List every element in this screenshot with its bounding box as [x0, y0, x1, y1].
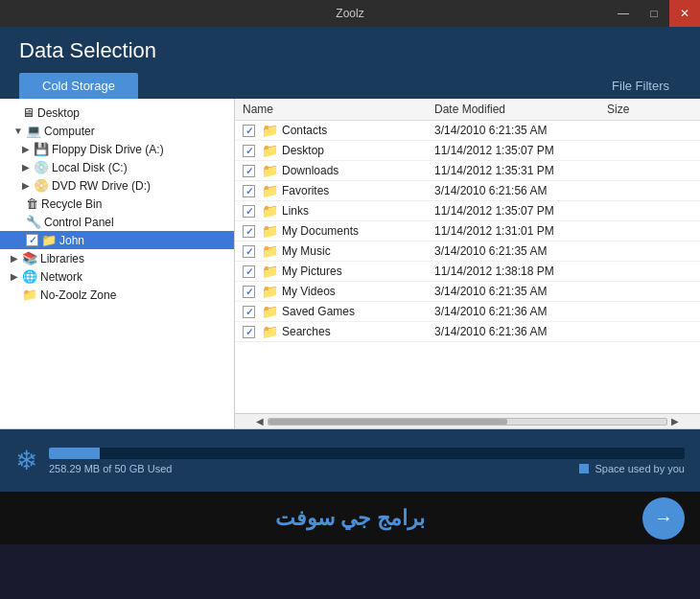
- file-row[interactable]: 📁My Pictures11/14/2012 1:38:18 PM: [235, 262, 700, 282]
- file-name-cell: 📁My Documents: [243, 223, 434, 239]
- file-checkbox[interactable]: [243, 326, 255, 338]
- storage-used-text: 258.29 MB of 50 GB Used: [49, 463, 172, 474]
- file-name: Contacts: [282, 124, 327, 137]
- file-name: Desktop: [282, 144, 324, 157]
- expand-network[interactable]: ▶: [8, 270, 21, 284]
- header: Data Selection Cold Storage File Filters: [0, 27, 700, 99]
- file-row[interactable]: 📁My Music3/14/2010 6:21:35 AM: [235, 242, 700, 262]
- tree-item-dvd[interactable]: ▶ DVD RW Drive (D:): [0, 176, 234, 195]
- expand-libraries[interactable]: ▶: [8, 252, 21, 265]
- tree-label-control: Control Panel: [44, 216, 114, 229]
- tree-label-dvd: DVD RW Drive (D:): [52, 179, 151, 193]
- snowflake-icon: ❄: [15, 445, 37, 476]
- file-row[interactable]: 📁My Videos3/14/2010 6:21:35 AM: [235, 282, 700, 302]
- checkbox-john[interactable]: [26, 234, 38, 246]
- tree-item-floppy[interactable]: ▶ Floppy Disk Drive (A:): [0, 140, 234, 158]
- file-row[interactable]: 📁Saved Games3/14/2010 6:21:36 AM: [235, 302, 700, 322]
- tree-label-computer: Computer: [44, 125, 95, 138]
- legend-dot: [579, 464, 589, 473]
- file-folder-icon: 📁: [262, 123, 278, 138]
- file-row[interactable]: 📁Favorites3/14/2010 6:21:56 AM: [235, 181, 700, 201]
- expand-floppy[interactable]: ▶: [19, 143, 33, 156]
- expand-recycle[interactable]: [12, 197, 25, 211]
- expand-desktop[interactable]: [8, 106, 21, 120]
- recycle-icon: [26, 196, 38, 211]
- col-size: Size: [607, 103, 684, 116]
- file-checkbox[interactable]: [243, 265, 255, 278]
- file-date: 3/14/2010 6:21:35 AM: [434, 124, 607, 137]
- file-checkbox[interactable]: [243, 205, 255, 218]
- file-folder-icon: 📁: [262, 243, 278, 259]
- tree-label-nozoolz: No-Zoolz Zone: [40, 288, 116, 302]
- file-checkbox[interactable]: [243, 125, 255, 137]
- expand-localc[interactable]: ▶: [19, 161, 33, 174]
- tree-item-computer[interactable]: ▼ Computer: [0, 122, 234, 140]
- tree-item-network[interactable]: ▶ Network: [0, 267, 234, 286]
- expand-nozoolz[interactable]: [8, 288, 21, 302]
- floppy-icon: [34, 142, 49, 156]
- expand-dvd[interactable]: ▶: [19, 179, 33, 193]
- arabic-branding: برامج جي سوفت: [275, 506, 425, 531]
- file-folder-icon: 📁: [262, 203, 278, 219]
- scroll-left-btn[interactable]: ◀: [252, 416, 268, 426]
- tree-item-localc[interactable]: ▶ Local Disk (C:): [0, 158, 234, 176]
- expand-computer[interactable]: ▼: [12, 125, 25, 138]
- tree-item-nozoolz[interactable]: No-Zoolz Zone: [0, 286, 234, 304]
- expand-john[interactable]: [12, 234, 25, 247]
- file-checkbox[interactable]: [243, 185, 255, 197]
- next-button[interactable]: →: [642, 497, 685, 540]
- tab-file-filters[interactable]: File Filters: [600, 73, 681, 99]
- file-folder-icon: 📁: [262, 163, 278, 178]
- file-date: 3/14/2010 6:21:36 AM: [434, 325, 607, 338]
- progress-bar-fill: [49, 448, 100, 459]
- file-checkbox[interactable]: [243, 145, 255, 157]
- disk-icon: [34, 160, 49, 174]
- col-date: Date Modified: [434, 103, 607, 116]
- file-name-cell: 📁Saved Games: [243, 304, 434, 319]
- file-checkbox[interactable]: [243, 306, 255, 318]
- maximize-button[interactable]: □: [639, 0, 669, 27]
- computer-icon: [26, 124, 41, 138]
- expand-control[interactable]: [12, 216, 25, 229]
- legend-label: Space used by you: [595, 463, 685, 474]
- file-name-cell: 📁My Music: [243, 243, 434, 259]
- tree-item-desktop[interactable]: Desktop: [0, 104, 234, 122]
- tree-item-john[interactable]: John: [0, 231, 234, 249]
- file-date: 11/14/2012 1:35:07 PM: [434, 204, 607, 218]
- scroll-right-btn[interactable]: ▶: [667, 416, 683, 426]
- file-row[interactable]: 📁My Documents11/14/2012 1:31:01 PM: [235, 221, 700, 242]
- file-name-cell: 📁Favorites: [243, 183, 434, 198]
- file-panel: Name Date Modified Size 📁Contacts3/14/20…: [235, 99, 700, 428]
- file-folder-icon: 📁: [262, 183, 278, 198]
- file-row[interactable]: 📁Searches3/14/2010 6:21:36 AM: [235, 322, 700, 342]
- file-name: My Music: [282, 244, 331, 258]
- file-folder-icon: 📁: [262, 264, 278, 279]
- scrollbar-thumb[interactable]: [268, 419, 507, 425]
- file-row[interactable]: 📁Contacts3/14/2010 6:21:35 AM: [235, 121, 700, 141]
- file-name-cell: 📁My Videos: [243, 284, 434, 299]
- minimize-button[interactable]: —: [608, 0, 639, 27]
- file-row[interactable]: 📁Desktop11/14/2012 1:35:07 PM: [235, 141, 700, 161]
- file-checkbox[interactable]: [243, 165, 255, 177]
- file-list-body[interactable]: 📁Contacts3/14/2010 6:21:35 AM📁Desktop11/…: [235, 121, 700, 413]
- legend: Space used by you: [579, 463, 685, 474]
- tree-item-libraries[interactable]: ▶ Libraries: [0, 249, 234, 267]
- tab-cold-storage[interactable]: Cold Storage: [19, 73, 138, 99]
- file-checkbox[interactable]: [243, 225, 255, 238]
- scrollbar-track[interactable]: [268, 418, 667, 426]
- file-date: 11/14/2012 1:38:18 PM: [434, 265, 607, 278]
- tree-label-libraries: Libraries: [40, 252, 84, 265]
- file-row[interactable]: 📁Downloads11/14/2012 1:35:31 PM: [235, 161, 700, 181]
- horizontal-scrollbar[interactable]: ◀ ▶: [235, 413, 700, 428]
- close-button[interactable]: ✕: [669, 0, 700, 27]
- john-folder-icon: [41, 233, 57, 247]
- file-checkbox[interactable]: [243, 286, 255, 298]
- tree-item-recycle[interactable]: Recycle Bin: [0, 195, 234, 213]
- libraries-icon: [22, 251, 37, 265]
- action-bar: برامج جي سوفت →: [0, 492, 700, 544]
- tree-item-control[interactable]: Control Panel: [0, 213, 234, 231]
- file-row[interactable]: 📁Links11/14/2012 1:35:07 PM: [235, 201, 700, 221]
- file-name: My Documents: [282, 224, 359, 238]
- file-checkbox[interactable]: [243, 245, 255, 258]
- file-date: 3/14/2010 6:21:35 AM: [434, 285, 607, 298]
